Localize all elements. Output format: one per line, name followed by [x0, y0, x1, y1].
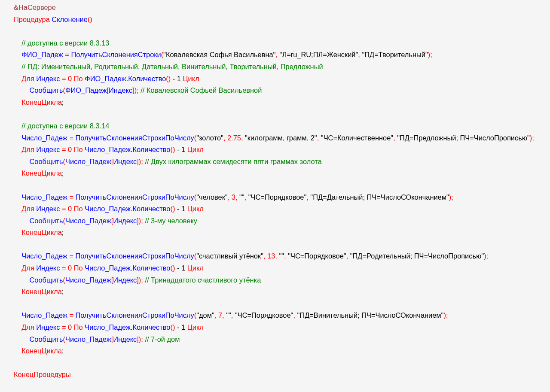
eq: =	[69, 193, 73, 201]
var: Число_Падеж	[21, 252, 67, 260]
comment: // 7-ой дом	[145, 335, 180, 343]
loop: Цикл	[187, 264, 204, 272]
var: ФИО_Падеж	[65, 86, 107, 94]
fn: Сообщить	[29, 86, 63, 94]
comment: // Двух килограммах семидесяти пяти грам…	[145, 158, 321, 165]
bracket: ]);	[137, 335, 143, 343]
to: По	[74, 75, 83, 82]
num: 0	[68, 264, 72, 272]
string: "золото"	[196, 134, 223, 142]
fn: ПолучитьСклоненияСтрокиПоЧислу	[76, 134, 194, 142]
string: "ПД=Родительный; ПЧ=ЧислоПрописью"	[350, 252, 484, 260]
comma: ,	[346, 252, 348, 260]
eq: =	[65, 51, 69, 58]
minus-one: - 1	[173, 75, 181, 82]
comma: ,	[393, 134, 395, 142]
eq: =	[62, 264, 66, 272]
var: Число_Падеж	[65, 158, 111, 165]
string: ""	[226, 311, 231, 319]
string: "Л=ru_RU;ПЛ=Женский"	[280, 51, 358, 58]
var: Число_Падеж	[85, 205, 131, 213]
var: ФИО_Падеж	[21, 51, 63, 58]
string: "ЧС=Порядковое"	[248, 193, 306, 201]
to: По	[74, 323, 83, 331]
string: "счастливый утёнок"	[196, 252, 263, 260]
idx: Индекс	[36, 264, 60, 272]
fn: Сообщить	[29, 217, 63, 225]
comma: ,	[317, 134, 319, 142]
var: Число_Падеж	[65, 276, 111, 284]
paren: ()	[170, 323, 175, 331]
endloop: КонецЦикла	[21, 228, 62, 236]
method: Количество	[132, 264, 170, 272]
var: ФИО_Падеж	[85, 75, 126, 82]
comma: ,	[306, 193, 309, 201]
num: 13	[267, 252, 275, 260]
to: По	[74, 146, 83, 153]
comma: ,	[244, 193, 247, 201]
fn: ПолучитьСклоненияСтроки	[71, 51, 161, 58]
paren: ()	[170, 146, 175, 153]
num: 3	[232, 193, 235, 201]
to: По	[74, 205, 83, 213]
endloop: КонецЦикла	[21, 347, 62, 355]
paren: ()	[88, 15, 92, 23]
paren: );	[428, 51, 432, 58]
string: "ЧС=Порядковое"	[235, 311, 293, 319]
string: "килограмм, грамм, 2"	[245, 134, 317, 142]
bracket: ]);	[132, 86, 139, 94]
comment: // доступна с версии 8.3.13	[21, 39, 109, 47]
minus-one: - 1	[177, 146, 185, 153]
string: "человек"	[196, 193, 227, 201]
string: "ПД=Творительный"	[362, 51, 428, 58]
comma: ,	[231, 311, 233, 319]
loop: Цикл	[187, 323, 204, 331]
paren: );	[443, 311, 448, 319]
loop: Цикл	[187, 146, 204, 153]
loop: Цикл	[183, 75, 199, 82]
comment: // Тринадцатого счастливого утёнка	[145, 276, 261, 284]
idx: Индекс	[36, 205, 60, 213]
proc-name: Склонение	[52, 15, 88, 23]
paren: );	[449, 193, 453, 201]
eq: =	[62, 205, 66, 213]
endloop: КонецЦикла	[21, 288, 62, 295]
method: Количество	[132, 146, 170, 153]
var: Число_Падеж	[85, 323, 131, 331]
num: 0	[68, 323, 72, 331]
paren: );	[484, 252, 488, 260]
comment: // ПД: Именительный, Родительный, Датель…	[21, 63, 323, 70]
string: "ЧС=Порядковое"	[288, 252, 346, 260]
bracket: ]);	[137, 276, 143, 284]
fn: ПолучитьСклоненияСтрокиПоЧислу	[76, 252, 194, 260]
comment: // Ковалевской Софьей Васильевной	[141, 86, 262, 94]
comma: ,	[223, 134, 226, 142]
var: Число_Падеж	[65, 217, 111, 225]
paren: );	[530, 134, 534, 142]
eq: =	[62, 323, 66, 331]
for: Для	[21, 205, 34, 213]
eq: =	[69, 252, 73, 260]
comma: ,	[275, 252, 277, 260]
comma: ,	[275, 51, 278, 58]
var: Число_Падеж	[85, 264, 131, 272]
endloop: КонецЦикла	[21, 169, 62, 177]
directive: &НаСервере	[14, 3, 56, 11]
idx: Индекс	[113, 335, 137, 343]
string: "ПД=Предложный; ПЧ=ЧислоПрописью"	[397, 134, 530, 142]
for: Для	[21, 264, 34, 272]
fn: Сообщить	[29, 276, 63, 284]
bracket: ]);	[137, 158, 143, 165]
minus-one: - 1	[177, 264, 185, 272]
eq: =	[62, 75, 66, 82]
idx: Индекс	[36, 75, 60, 82]
endloop: КонецЦикла	[21, 98, 62, 106]
comment: // 3-му человеку	[145, 217, 197, 225]
method: Количество	[132, 205, 170, 213]
for: Для	[21, 146, 34, 153]
proc-keyword: Процедура	[14, 15, 50, 23]
eq: =	[69, 134, 73, 142]
var: Число_Падеж	[85, 146, 131, 153]
string: ""	[239, 193, 244, 201]
comma: ,	[235, 193, 238, 201]
